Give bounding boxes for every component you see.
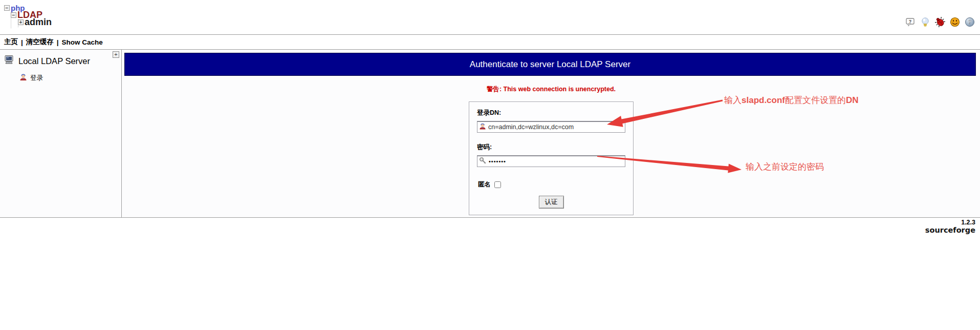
tree-minus-icon: − [11,12,16,18]
footer: 1.2.3 sourceforge [925,219,975,234]
bug-report-icon[interactable] [935,17,945,27]
header-icon-bar: ? [905,17,975,27]
nav-purge-cache-link[interactable]: 清空缓存 [26,37,54,47]
phpldapadmin-logo: − php − LDAP + admin [4,4,66,32]
password-field-wrap [477,155,625,167]
anonymous-row: 匿名 [478,180,625,189]
login-dn-label: 登录DN: [477,109,625,117]
unencrypted-warning: 警告: This web connection is unencrypted. [122,85,980,94]
help-globe-icon[interactable]: ? [965,17,975,27]
main-panel: Authenticate to server Local LDAP Server… [122,50,980,217]
help-bubble-icon[interactable]: ? [905,17,916,27]
navbar: 主页 | 清空缓存 | Show Cache [0,34,980,50]
smiley-donate-icon[interactable] [950,17,960,27]
anonymous-checkbox[interactable] [494,181,501,188]
login-dn-input[interactable] [486,122,625,132]
password-annotation-text: 输入之前设定的密码 [746,161,824,173]
nav-separator: | [57,38,59,46]
tree-minus-icon: − [4,5,10,11]
expand-tree-icon[interactable]: + [113,51,119,58]
version-label: 1.2.3 [925,219,975,226]
sidebar-server-name: Local LDAP Server [18,56,90,66]
light-bulb-icon[interactable] [920,17,930,27]
login-dn-field-wrap [477,121,625,133]
server-icon [4,55,15,67]
dn-annotation-text: 输入slapd.conf配置文件设置的DN [724,94,859,106]
submit-row: 认证 [477,196,625,209]
person-icon [19,73,27,83]
svg-text:?: ? [968,19,972,25]
anonymous-label: 匿名 [478,180,491,189]
page: − php − LDAP + admin ? [0,0,980,330]
tree-plus-icon: + [18,19,24,25]
person-icon [479,122,486,132]
password-input[interactable] [487,157,625,166]
svg-text:?: ? [909,19,912,24]
password-label: 密码: [477,143,625,152]
page-title: Authenticate to server Local LDAP Server [124,53,976,76]
login-form: 登录DN: 密码: [469,101,634,215]
sidebar-login-label: 登录 [30,74,43,82]
content-area: + Local LDAP Server [0,50,980,218]
sidebar-item-login[interactable]: 登录 [19,73,121,83]
authenticate-button[interactable]: 认证 [539,196,564,209]
nav-separator: | [21,38,23,46]
top-header: − php − LDAP + admin ? [0,0,980,34]
nav-home-link[interactable]: 主页 [4,37,18,47]
key-icon [479,157,487,167]
nav-show-cache-link[interactable]: Show Cache [62,38,103,46]
sourceforge-logo[interactable]: sourceforge [925,226,975,234]
logo-text-admin: admin [25,17,52,28]
logo-row-admin: + admin [18,18,66,26]
server-tree-sidebar: + Local LDAP Server [0,50,122,217]
sidebar-item-server[interactable]: Local LDAP Server [4,55,121,67]
